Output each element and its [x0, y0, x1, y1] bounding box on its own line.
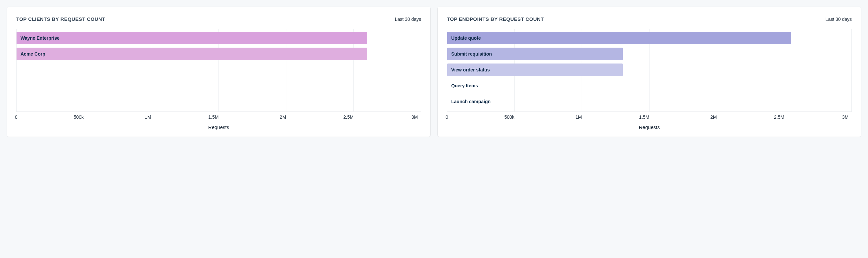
bar [17, 32, 367, 44]
bar-row[interactable]: Wayne Enterprise [17, 32, 421, 44]
bar-row[interactable]: Acme Corp [17, 47, 421, 60]
card-top-clients: TOP CLIENTS BY REQUEST COUNT Last 30 day… [7, 7, 431, 137]
card-header: TOP CLIENTS BY REQUEST COUNT Last 30 day… [16, 16, 421, 22]
bar-row[interactable]: Submit requisition [447, 47, 852, 60]
card-header: TOP ENDPOINTS BY REQUEST COUNT Last 30 d… [447, 16, 852, 22]
x-axis-label: Requests [447, 124, 852, 130]
bar [447, 79, 451, 92]
bar-label: Submit requisition [451, 51, 492, 57]
card-top-endpoints: TOP ENDPOINTS BY REQUEST COUNT Last 30 d… [437, 7, 861, 137]
bar-label: Query Items [451, 83, 478, 88]
bar [447, 32, 791, 44]
x-axis: 0500k1M1.5M2M2.5M3M [447, 115, 852, 120]
bar-label: Update quote [451, 35, 481, 41]
bars: Wayne EnterpriseAcme Corp [17, 29, 421, 60]
bars: Update quoteSubmit requisitionView order… [447, 29, 852, 108]
chart-plot: Wayne EnterpriseAcme Corp [16, 29, 421, 112]
bar-label: Acme Corp [21, 51, 45, 57]
chart-area: Update quoteSubmit requisitionView order… [447, 29, 852, 130]
bar-label: Wayne Enterprise [21, 35, 60, 41]
bar-label: Launch campaign [451, 99, 491, 104]
card-title: TOP CLIENTS BY REQUEST COUNT [16, 16, 105, 22]
chart-plot: Update quoteSubmit requisitionView order… [447, 29, 852, 112]
x-axis-label: Requests [16, 124, 421, 130]
bar [17, 47, 367, 60]
dashboard: TOP CLIENTS BY REQUEST COUNT Last 30 day… [7, 7, 861, 137]
card-subtitle: Last 30 days [395, 17, 421, 22]
card-title: TOP ENDPOINTS BY REQUEST COUNT [447, 16, 544, 22]
bar-label: View order status [451, 67, 490, 72]
card-subtitle: Last 30 days [826, 17, 852, 22]
bar-row[interactable]: Update quote [447, 32, 852, 44]
bar-row[interactable]: View order status [447, 64, 852, 76]
bar-row[interactable]: Query Items [447, 79, 852, 92]
bar [447, 95, 451, 108]
chart-area: Wayne EnterpriseAcme Corp 0500k1M1.5M2M2… [16, 29, 421, 130]
bar-row[interactable]: Launch campaign [447, 95, 852, 108]
x-axis: 0500k1M1.5M2M2.5M3M [16, 115, 421, 120]
